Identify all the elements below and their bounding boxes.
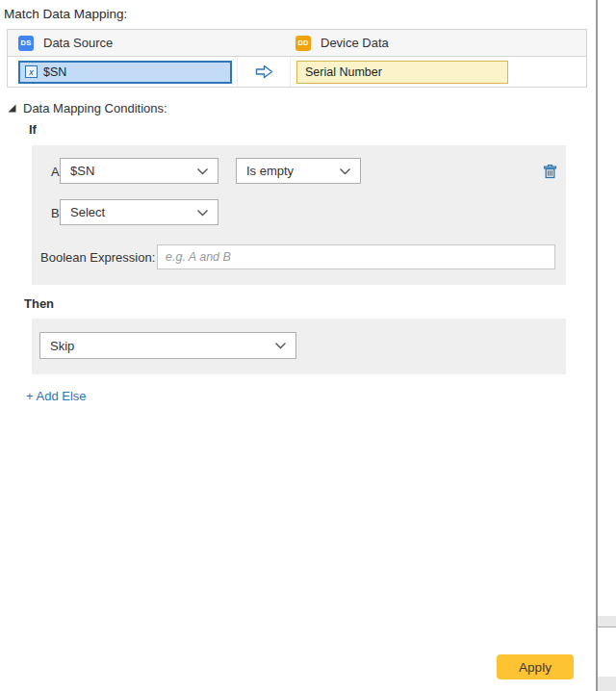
boolean-expression-label: Boolean Expression:	[40, 250, 155, 265]
arrow-cell	[238, 57, 291, 87]
right-edge-block-top	[598, 616, 616, 627]
target-field-value: Serial Number	[305, 65, 382, 79]
target-cell: Serial Number	[291, 57, 586, 87]
chevron-down-icon	[274, 342, 287, 349]
chevron-down-icon	[196, 167, 209, 175]
chevron-down-icon	[339, 167, 351, 175]
condition-a-field-value: $SN	[70, 164, 94, 178]
arrow-right-icon	[255, 64, 273, 79]
data-source-column-label: Data Source	[43, 36, 113, 50]
then-action-select[interactable]: Skip	[39, 332, 296, 359]
right-edge-block-bottom	[598, 677, 616, 691]
boolean-expression-input[interactable]	[157, 244, 555, 269]
variable-icon: x	[25, 65, 38, 78]
condition-a-operator-select[interactable]: Is empty	[236, 158, 361, 184]
trash-icon	[543, 164, 557, 179]
collapse-triangle-icon	[8, 104, 16, 113]
if-conditions-panel: A $SN Is empty B Select	[32, 145, 566, 285]
then-action-panel: Skip	[32, 319, 566, 374]
then-label: Then	[24, 296, 54, 311]
column-data-source: DS Data Source	[8, 36, 290, 51]
condition-b-label: B	[51, 206, 60, 220]
source-field-value: $SN	[43, 65, 66, 79]
device-data-badge-icon: DD	[295, 36, 311, 51]
source-cell: x $SN	[8, 57, 238, 87]
column-device-data: DD Device Data	[290, 36, 586, 51]
match-data-mapping-panel: Match Data Mapping: DS Data Source DD De…	[0, 0, 616, 691]
condition-a-label: A	[51, 165, 60, 179]
data-source-badge-icon: DS	[18, 36, 34, 51]
then-action-value: Skip	[50, 339, 74, 353]
source-field-chip[interactable]: x $SN	[18, 61, 232, 84]
target-field-chip[interactable]: Serial Number	[296, 61, 508, 84]
condition-a-field-select[interactable]: $SN	[60, 158, 218, 184]
mapping-table-header: DS Data Source DD Device Data	[8, 30, 586, 57]
delete-condition-button[interactable]	[541, 163, 558, 180]
vertical-divider	[596, 0, 598, 691]
condition-b-field-select[interactable]: Select	[60, 199, 218, 225]
if-label: If	[29, 122, 37, 137]
chevron-down-icon	[196, 209, 209, 217]
conditions-section-label: Data Mapping Conditions:	[23, 101, 167, 115]
mapping-table: DS Data Source DD Device Data x $SN	[7, 29, 587, 88]
condition-a-operator-value: Is empty	[246, 164, 294, 178]
condition-b-field-value: Select	[70, 205, 105, 219]
mapping-row: x $SN Serial Number	[8, 57, 586, 87]
page-title: Match Data Mapping:	[4, 7, 127, 21]
apply-button[interactable]: Apply	[497, 654, 574, 679]
conditions-section-header[interactable]: Data Mapping Conditions:	[8, 101, 167, 115]
add-else-link[interactable]: + Add Else	[26, 389, 87, 403]
device-data-column-label: Device Data	[321, 36, 389, 50]
